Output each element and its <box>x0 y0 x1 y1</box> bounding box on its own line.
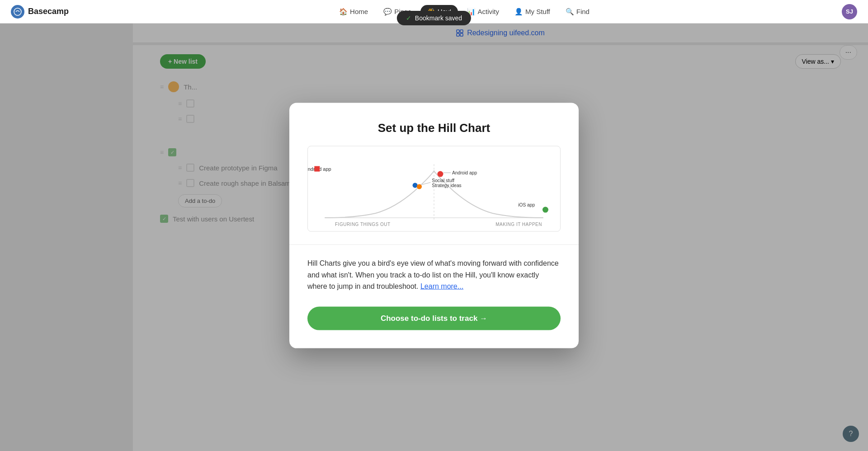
nav-mystuff[interactable]: 👤 My Stuff <box>508 5 557 19</box>
svg-point-0 <box>14 8 21 15</box>
strategy-label: Strategy ideas <box>432 183 461 188</box>
social-label: Social stuff <box>432 178 454 183</box>
dots-svg: Android app Social stuff Strategy ideas … <box>308 146 560 231</box>
hill-chart-modal: Set up the Hill Chart Android app FIGURI… <box>289 103 579 348</box>
modal-divider <box>289 244 579 245</box>
mystuff-icon: 👤 <box>514 8 523 16</box>
android-label: Android app <box>452 170 477 175</box>
nav-right: SJ <box>842 4 857 19</box>
learn-more-link[interactable]: Learn more... <box>420 282 463 290</box>
brand-name: Basecamp <box>28 7 69 16</box>
nav-find[interactable]: 🔍 Find <box>559 5 596 19</box>
toast-message: Bookmark saved <box>415 14 462 22</box>
find-icon: 🔍 <box>566 8 574 16</box>
hill-chart: Android app FIGURING THINGS OUT MAKING I… <box>307 146 561 232</box>
toast-check-icon: ✓ <box>406 14 411 22</box>
modal-title: Set up the Hill Chart <box>307 121 561 135</box>
pings-icon: 💬 <box>383 8 392 16</box>
choose-lists-button[interactable]: Choose to-do lists to track → <box>307 306 561 330</box>
avatar[interactable]: SJ <box>842 4 857 19</box>
svg-line-8 <box>422 183 431 185</box>
ios-label: iOS app <box>518 202 535 207</box>
brand-logo[interactable]: Basecamp <box>11 5 69 19</box>
nav-home[interactable]: 🏠 Home <box>333 5 374 19</box>
ios-dot <box>542 207 548 213</box>
brand-icon <box>11 5 24 19</box>
android-dot <box>437 171 443 177</box>
strategy-dot <box>417 184 422 189</box>
home-icon: 🏠 <box>339 8 348 16</box>
modal-description: Hill Charts give you a bird's eye view o… <box>307 258 561 292</box>
toast-bookmark: ✓ Bookmark saved <box>397 11 471 25</box>
